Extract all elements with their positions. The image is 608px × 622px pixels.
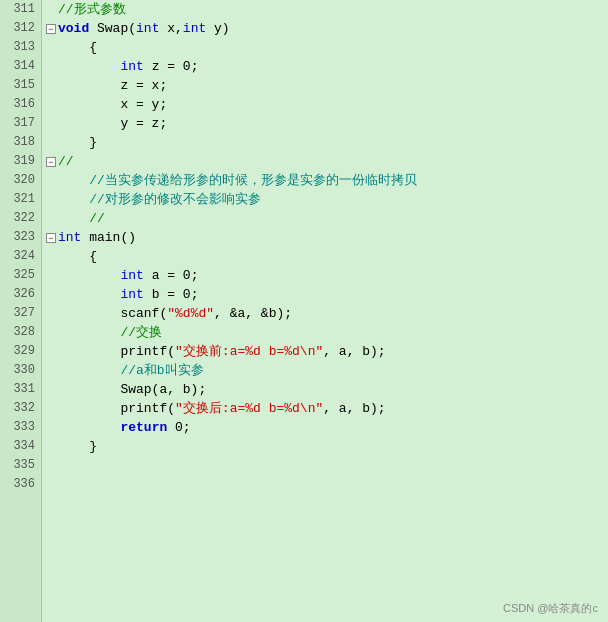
code-line: −void Swap(int x,int y) xyxy=(46,19,608,38)
code-token-type: int xyxy=(120,266,143,285)
line-number: 319 xyxy=(0,152,41,171)
line-number: 323 xyxy=(0,228,41,247)
code-line: x = y; xyxy=(46,95,608,114)
code-line: } xyxy=(46,133,608,152)
code-token-string: "交换前:a=%d b=%d\n" xyxy=(175,342,323,361)
line-number: 333 xyxy=(0,418,41,437)
code-token-comment: // xyxy=(58,152,74,171)
code-token-comment: //形式参数 xyxy=(58,0,126,19)
line-number: 334 xyxy=(0,437,41,456)
code-token-normal: , a, b); xyxy=(323,399,385,418)
line-number: 336 xyxy=(0,475,41,494)
line-number: 311 xyxy=(0,0,41,19)
code-token-comment: // xyxy=(58,209,105,228)
code-token-normal xyxy=(58,57,120,76)
code-line: y = z; xyxy=(46,114,608,133)
code-token-type: int xyxy=(136,19,159,38)
code-line: −int main() xyxy=(46,228,608,247)
line-number: 325 xyxy=(0,266,41,285)
code-line: return 0; xyxy=(46,418,608,437)
line-number: 315 xyxy=(0,76,41,95)
line-number: 328 xyxy=(0,323,41,342)
code-line: //a和b叫实参 xyxy=(46,361,608,380)
fold-button[interactable]: − xyxy=(46,233,56,243)
watermark: CSDN @哈茶真的c xyxy=(503,601,598,616)
code-line: int z = 0; xyxy=(46,57,608,76)
code-token-normal xyxy=(58,418,120,437)
code-line: //对形参的修改不会影响实参 xyxy=(46,190,608,209)
code-token-normal: main() xyxy=(81,228,136,247)
code-line: { xyxy=(46,247,608,266)
line-number: 329 xyxy=(0,342,41,361)
line-number: 313 xyxy=(0,38,41,57)
code-token-comment-cn: //当实参传递给形参的时候，形参是实参的一份临时拷贝 xyxy=(58,171,417,190)
code-token-normal: Swap(a, b); xyxy=(58,380,206,399)
code-token-type: int xyxy=(183,19,206,38)
code-token-comment: //交换 xyxy=(58,323,162,342)
code-token-normal: x = y; xyxy=(58,95,167,114)
code-token-normal: printf( xyxy=(58,342,175,361)
line-number: 320 xyxy=(0,171,41,190)
line-number: 324 xyxy=(0,247,41,266)
line-number: 312 xyxy=(0,19,41,38)
code-line: −// xyxy=(46,152,608,171)
code-token-normal: scanf( xyxy=(58,304,167,323)
line-numbers: 3113123133143153163173183193203213223233… xyxy=(0,0,42,622)
code-line: Swap(a, b); xyxy=(46,380,608,399)
code-line: printf("交换前:a=%d b=%d\n", a, b); xyxy=(46,342,608,361)
code-token-normal: x, xyxy=(159,19,182,38)
line-number: 330 xyxy=(0,361,41,380)
line-number: 316 xyxy=(0,95,41,114)
code-line: printf("交换后:a=%d b=%d\n", a, b); xyxy=(46,399,608,418)
line-number: 326 xyxy=(0,285,41,304)
code-token-type: int xyxy=(120,285,143,304)
line-number: 318 xyxy=(0,133,41,152)
code-token-type: int xyxy=(58,228,81,247)
code-token-string: %d%d xyxy=(175,304,206,323)
line-number: 335 xyxy=(0,456,41,475)
code-line: //当实参传递给形参的时候，形参是实参的一份临时拷贝 xyxy=(46,171,608,190)
code-line: // xyxy=(46,209,608,228)
code-token-normal: , a, b); xyxy=(323,342,385,361)
code-token-normal: { xyxy=(58,38,97,57)
code-token-type: int xyxy=(120,57,143,76)
code-token-normal: y) xyxy=(206,19,229,38)
line-number: 321 xyxy=(0,190,41,209)
fold-button[interactable]: − xyxy=(46,157,56,167)
code-token-normal: { xyxy=(58,247,97,266)
code-line: { xyxy=(46,38,608,57)
code-token-normal: z = 0; xyxy=(144,57,199,76)
code-line: int a = 0; xyxy=(46,266,608,285)
code-token-normal: } xyxy=(58,437,97,456)
code-line: //形式参数 xyxy=(46,0,608,19)
code-token-normal: printf( xyxy=(58,399,175,418)
line-number: 332 xyxy=(0,399,41,418)
code-token-normal: z = x; xyxy=(58,76,167,95)
code-token-normal: } xyxy=(58,133,97,152)
code-line: int b = 0; xyxy=(46,285,608,304)
line-number: 317 xyxy=(0,114,41,133)
code-token-keyword: void xyxy=(58,19,89,38)
code-editor: 3113123133143153163173183193203213223233… xyxy=(0,0,608,622)
fold-button[interactable]: − xyxy=(46,24,56,34)
line-number: 327 xyxy=(0,304,41,323)
code-area: //形式参数−void Swap(int x,int y) { int z = … xyxy=(42,0,608,622)
code-token-normal: a = 0; xyxy=(144,266,199,285)
code-line: z = x; xyxy=(46,76,608,95)
code-token-normal: , &a, &b); xyxy=(214,304,292,323)
code-token-keyword: return xyxy=(120,418,167,437)
code-line: } xyxy=(46,437,608,456)
code-token-string: " xyxy=(167,304,175,323)
code-token-comment-cn: //对形参的修改不会影响实参 xyxy=(58,190,261,209)
code-token-string: "交换后:a=%d b=%d\n" xyxy=(175,399,323,418)
line-number: 314 xyxy=(0,57,41,76)
code-token-normal: 0; xyxy=(167,418,190,437)
code-token-normal: b = 0; xyxy=(144,285,199,304)
code-token-string: " xyxy=(206,304,214,323)
code-line: //交换 xyxy=(46,323,608,342)
code-token-comment-cn: //a和b叫实参 xyxy=(58,361,204,380)
line-number: 322 xyxy=(0,209,41,228)
code-line: scanf("%d%d", &a, &b); xyxy=(46,304,608,323)
code-token-normal xyxy=(58,285,120,304)
code-token-normal xyxy=(58,266,120,285)
